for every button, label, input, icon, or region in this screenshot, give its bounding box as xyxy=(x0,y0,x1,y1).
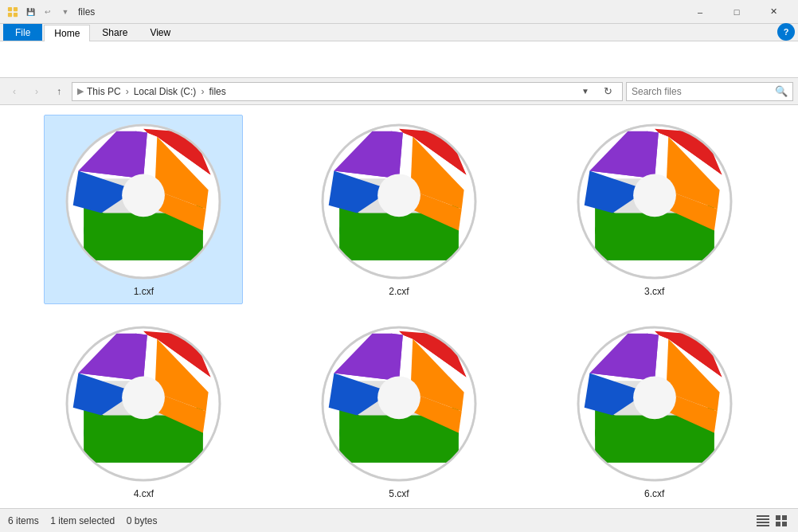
breadcrumb-localdisk[interactable]: Local Disk (C:) xyxy=(134,86,197,97)
svg-rect-2 xyxy=(8,12,12,16)
quick-undo-icon[interactable]: ↩ xyxy=(41,6,54,18)
file-label: 6.cxf xyxy=(644,488,664,499)
svg-point-16 xyxy=(377,174,421,217)
file-item[interactable]: 1.cxf xyxy=(44,115,243,304)
status-separator1 xyxy=(42,515,48,526)
forward-button[interactable]: › xyxy=(27,82,46,101)
file-label: 2.cxf xyxy=(389,286,409,297)
file-label: 1.cxf xyxy=(134,286,154,297)
item-count: 6 items xyxy=(8,515,39,526)
quick-dropdown-icon[interactable]: ▼ xyxy=(59,6,72,18)
maximize-button[interactable]: □ xyxy=(718,0,755,24)
breadcrumb-icon: ▶ xyxy=(77,86,84,96)
svg-rect-50 xyxy=(776,515,780,520)
svg-rect-49 xyxy=(757,525,769,526)
file-icon xyxy=(319,324,479,483)
file-item[interactable]: 4.cxf xyxy=(44,317,243,507)
tab-file[interactable]: File xyxy=(3,24,42,41)
file-item[interactable]: 5.cxf xyxy=(299,317,499,507)
file-label: 3.cxf xyxy=(644,286,664,297)
svg-rect-46 xyxy=(757,515,769,517)
svg-point-44 xyxy=(633,376,676,419)
window-controls: – □ ✕ xyxy=(682,0,792,24)
search-icon: 🔍 xyxy=(775,85,788,97)
svg-rect-3 xyxy=(14,12,18,16)
status-separator2 xyxy=(118,515,123,526)
svg-point-30 xyxy=(122,376,165,419)
file-icon xyxy=(575,122,734,281)
file-label: 5.cxf xyxy=(389,488,409,499)
file-icon xyxy=(64,122,223,281)
close-button[interactable]: ✕ xyxy=(755,0,792,24)
breadcrumb-files[interactable]: files xyxy=(209,86,225,97)
svg-rect-1 xyxy=(14,6,18,10)
main-area: 1.cxf xyxy=(0,105,798,508)
selection-info: 1 item selected xyxy=(50,515,115,526)
svg-point-9 xyxy=(122,174,165,217)
tab-view[interactable]: View xyxy=(139,24,181,41)
file-item[interactable]: 2.cxf xyxy=(299,115,499,304)
view-controls xyxy=(755,513,790,529)
svg-rect-52 xyxy=(776,522,780,526)
ribbon-bar xyxy=(0,41,798,78)
refresh-button[interactable]: ↻ xyxy=(598,82,617,101)
nav-bar: ‹ › ↑ ▶ This PC › Local Disk (C:) › file… xyxy=(0,78,798,105)
tab-share[interactable]: Share xyxy=(92,24,138,41)
file-icon xyxy=(319,122,479,281)
address-dropdown-button[interactable]: ▼ xyxy=(576,82,595,101)
help-button[interactable]: ? xyxy=(777,23,795,41)
details-view-button[interactable] xyxy=(755,513,771,529)
file-grid: 1.cxf xyxy=(16,115,782,507)
window-title: files xyxy=(78,6,682,18)
search-input[interactable] xyxy=(632,86,772,97)
svg-rect-47 xyxy=(757,518,769,520)
file-item[interactable]: 6.cxf xyxy=(555,317,754,507)
file-label: 4.cxf xyxy=(134,488,154,499)
window-icon xyxy=(6,6,19,18)
ribbon-content xyxy=(6,55,9,65)
file-item[interactable]: 3.cxf xyxy=(555,115,754,304)
svg-rect-48 xyxy=(757,522,769,523)
file-icon xyxy=(64,324,223,483)
title-bar-icons: 💾 ↩ ▼ xyxy=(6,6,72,18)
svg-rect-53 xyxy=(782,522,787,526)
large-icons-view-button[interactable] xyxy=(774,513,790,529)
title-bar: 💾 ↩ ▼ files – □ ✕ xyxy=(0,0,798,24)
quick-access-icon[interactable]: 💾 xyxy=(24,6,37,18)
minimize-button[interactable]: – xyxy=(682,0,718,24)
address-bar[interactable]: ▶ This PC › Local Disk (C:) › files ▼ ↻ xyxy=(72,82,623,101)
up-button[interactable]: ↑ xyxy=(49,82,68,101)
search-box[interactable]: 🔍 xyxy=(626,82,793,101)
file-icon xyxy=(575,324,734,483)
breadcrumb-thispc[interactable]: This PC xyxy=(87,86,121,97)
svg-point-23 xyxy=(633,174,676,217)
back-button[interactable]: ‹ xyxy=(5,82,24,101)
svg-rect-0 xyxy=(8,6,12,10)
tab-home[interactable]: Home xyxy=(44,25,90,41)
svg-point-37 xyxy=(377,376,421,419)
status-bar: 6 items 1 item selected 0 bytes xyxy=(0,508,798,532)
ribbon-tabs: File Home Share View ? xyxy=(0,24,798,41)
size-info: 0 bytes xyxy=(127,515,158,526)
svg-rect-51 xyxy=(782,515,787,520)
